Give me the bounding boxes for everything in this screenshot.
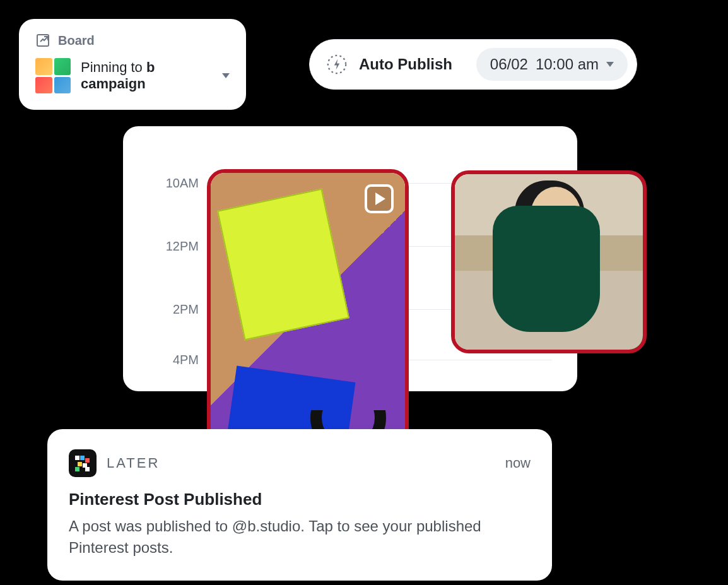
thumb	[35, 77, 52, 94]
board-thumbnails	[35, 58, 71, 93]
board-header-label: Board	[58, 33, 95, 48]
publish-date: 06/02	[490, 56, 528, 73]
notification-time: now	[505, 455, 531, 471]
post-image	[455, 174, 643, 350]
time-label: 10AM	[148, 176, 199, 191]
chevron-down-icon	[606, 62, 614, 67]
time-label: 4PM	[148, 353, 199, 367]
board-header: Board	[35, 33, 230, 48]
time-label: 12PM	[148, 239, 199, 254]
notification-body: A post was published to @b.studio. Tap t…	[69, 516, 531, 558]
pinning-prefix: Pinning to	[81, 59, 146, 75]
push-notification[interactable]: LATER now Pinterest Post Published A pos…	[47, 429, 552, 581]
board-panel: Board Pinning to b campaign	[19, 19, 246, 110]
auto-publish-icon	[326, 54, 348, 75]
auto-publish-label: Auto Publish	[359, 56, 465, 73]
thumb	[54, 58, 71, 75]
thumb	[54, 77, 71, 94]
video-play-icon	[365, 184, 394, 213]
board-selector[interactable]: Pinning to b campaign	[35, 58, 230, 93]
scheduled-post-card[interactable]	[451, 170, 647, 353]
post-image	[211, 173, 405, 462]
pin-icon	[35, 33, 50, 48]
scheduled-video-card[interactable]	[207, 169, 409, 466]
auto-publish-bar: Auto Publish 06/02 10:00 am	[309, 39, 637, 90]
thumb	[35, 58, 52, 75]
board-selection-text: Pinning to b campaign	[81, 59, 230, 92]
publish-datetime-chip[interactable]: 06/02 10:00 am	[476, 48, 628, 81]
publish-time: 10:00 am	[536, 56, 599, 73]
notification-app-name: LATER	[107, 455, 160, 471]
notification-header: LATER now	[69, 449, 531, 477]
chevron-down-icon	[222, 73, 230, 78]
time-label: 2PM	[148, 302, 199, 317]
later-app-icon	[69, 449, 97, 477]
notification-title: Pinterest Post Published	[69, 490, 531, 509]
